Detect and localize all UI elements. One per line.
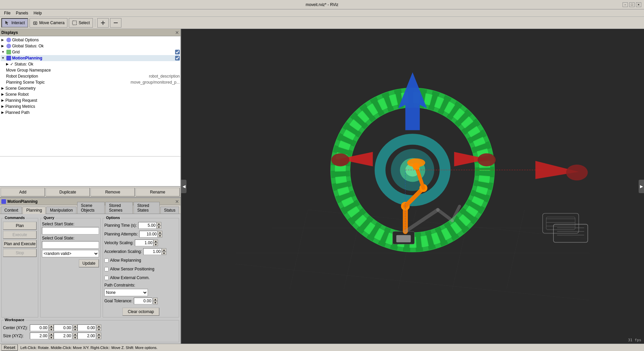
tree-item-scene-robot[interactable]: ▶ Scene Robot	[1, 91, 180, 97]
center-y-down[interactable]: ▼	[73, 328, 77, 331]
goal-tolerance-input[interactable]	[134, 298, 152, 304]
allow-external-checkbox[interactable]	[104, 276, 109, 280]
planning-attempts-up[interactable]: ▲	[158, 231, 162, 234]
tree-item-status[interactable]: ▶ ✓ Status: Ok	[1, 61, 180, 67]
expand-arrow-planning-metrics[interactable]: ▶	[1, 104, 5, 108]
3d-viewport[interactable]: ▶ ◀ 31 fps	[181, 29, 644, 344]
center-y-up[interactable]: ▲	[73, 324, 77, 328]
center-x-down[interactable]: ▼	[49, 328, 54, 331]
tab-planning[interactable]: Planning	[22, 207, 46, 214]
allow-replanning-checkbox[interactable]	[104, 258, 109, 263]
random-valid-select[interactable]: <random valid>	[42, 250, 99, 257]
expand-arrow-global-options[interactable]: ▶	[1, 38, 5, 42]
accel-scaling-up[interactable]: ▲	[162, 248, 166, 252]
menu-help[interactable]: Help	[31, 10, 45, 16]
allow-sensor-checkbox[interactable]	[104, 267, 109, 271]
clear-octomap-button[interactable]: Clear octomap	[122, 308, 159, 316]
stop-button[interactable]: Stop	[3, 249, 37, 257]
size-z-down[interactable]: ▼	[97, 336, 101, 339]
size-y-up[interactable]: ▲	[73, 333, 77, 336]
tab-manipulation[interactable]: Manipulation	[46, 207, 76, 214]
goal-tolerance-up[interactable]: ▲	[153, 298, 158, 301]
center-z-down[interactable]: ▼	[97, 328, 101, 331]
tab-scene-objects[interactable]: Scene Objects	[77, 202, 105, 214]
plan-execute-button[interactable]: Plan and Execute	[3, 240, 37, 248]
accel-scaling-input[interactable]	[143, 248, 162, 255]
planning-time-down[interactable]: ▼	[157, 225, 161, 229]
motion-panel-close-button[interactable]: ✕	[175, 199, 179, 204]
velocity-scaling-input[interactable]	[135, 239, 153, 246]
tab-stored-scenes[interactable]: Stored Scenes	[105, 202, 133, 214]
velocity-scaling-down[interactable]: ▼	[153, 243, 158, 246]
expand-arrow-motionplanning[interactable]: ▼	[1, 56, 5, 60]
tree-item-move-group-ns[interactable]: Move Group Namespace	[1, 67, 180, 73]
size-x-down[interactable]: ▼	[49, 336, 54, 339]
minimize-button[interactable]: −	[623, 2, 628, 7]
add-icon-button[interactable]	[97, 18, 109, 28]
planning-time-input[interactable]	[138, 222, 157, 229]
displays-close-button[interactable]: ✕	[175, 30, 179, 35]
tree-item-global-options[interactable]: ▶ Global Options	[1, 37, 180, 43]
size-z-up[interactable]: ▲	[97, 333, 101, 336]
start-state-input[interactable]	[42, 227, 99, 234]
center-x-input[interactable]	[30, 324, 48, 331]
tree-item-global-status[interactable]: ▶ Global Status: Ok	[1, 43, 180, 49]
displays-tree[interactable]: ▶ Global Options ▶ Global Status: Ok	[0, 36, 180, 156]
goal-state-input[interactable]	[42, 241, 99, 249]
interact-button[interactable]: Interact	[1, 18, 28, 28]
add-display-button[interactable]: Add	[1, 188, 45, 196]
expand-arrow-global-status[interactable]: ▶	[1, 44, 5, 48]
tree-item-planning-request[interactable]: ▶ Planning Request	[1, 97, 180, 103]
velocity-scaling-up[interactable]: ▲	[153, 239, 158, 243]
size-x-input[interactable]	[30, 333, 48, 339]
move-camera-button[interactable]: Move Camera	[30, 18, 67, 28]
tree-item-grid[interactable]: ▼ Grid	[1, 49, 180, 55]
select-button[interactable]: Select	[69, 18, 93, 28]
tab-status[interactable]: Status	[160, 207, 179, 214]
minus-icon-button[interactable]	[110, 18, 121, 28]
menu-file[interactable]: File	[1, 10, 13, 16]
duplicate-display-button[interactable]: Duplicate	[46, 188, 90, 196]
goal-tolerance-down[interactable]: ▼	[153, 301, 158, 304]
tree-item-scene-geometry[interactable]: ▶ Scene Geometry	[1, 85, 180, 91]
size-y-down[interactable]: ▼	[73, 336, 77, 339]
close-button[interactable]: ✕	[636, 2, 641, 7]
motionplanning-checkbox[interactable]	[175, 56, 180, 60]
size-x-up[interactable]: ▲	[49, 333, 54, 336]
reset-button[interactable]: Reset	[1, 344, 18, 351]
path-constraints-select[interactable]: None	[104, 289, 148, 296]
expand-arrow-scene-geometry[interactable]: ▶	[1, 86, 5, 90]
update-button[interactable]: Update	[79, 259, 99, 267]
tree-item-planning-metrics[interactable]: ▶ Planning Metrics	[1, 103, 180, 109]
menu-panels[interactable]: Panels	[13, 10, 31, 16]
tab-stored-states[interactable]: Stored States	[133, 202, 160, 214]
expand-arrow-grid[interactable]: ▼	[1, 50, 5, 54]
center-z-up[interactable]: ▲	[97, 324, 101, 328]
tree-item-robot-desc[interactable]: Robot Description robot_description	[1, 73, 180, 79]
viewport-collapse-arrow[interactable]: ▶	[639, 180, 644, 193]
viewport-expand-arrow[interactable]: ◀	[181, 180, 186, 193]
planning-attempts-input[interactable]	[139, 231, 158, 237]
grid-checkbox[interactable]	[175, 50, 180, 54]
expand-arrow-planned-path[interactable]: ▶	[1, 111, 5, 115]
rename-display-button[interactable]: Rename	[136, 188, 180, 196]
expand-arrow-scene-robot[interactable]: ▶	[1, 92, 5, 96]
center-z-input[interactable]	[77, 324, 96, 331]
execute-button[interactable]: Execute	[3, 231, 37, 239]
tab-context[interactable]: Context	[1, 207, 22, 214]
maximize-button[interactable]: □	[629, 2, 635, 7]
expand-arrow-status[interactable]: ▶	[6, 62, 10, 66]
center-x-up[interactable]: ▲	[49, 324, 54, 328]
center-y-input[interactable]	[54, 324, 72, 331]
planning-time-up[interactable]: ▲	[157, 222, 161, 225]
size-y-input[interactable]	[54, 333, 72, 339]
planning-attempts-down[interactable]: ▼	[158, 234, 162, 237]
size-z-input[interactable]	[77, 333, 96, 339]
plan-button[interactable]: Plan	[3, 222, 37, 230]
remove-display-button[interactable]: Remove	[91, 188, 135, 196]
tree-item-planned-path[interactable]: ▶ Planned Path	[1, 109, 180, 116]
tree-item-planning-scene[interactable]: Planning Scene Topic move_group/monitore…	[1, 79, 180, 85]
accel-scaling-down[interactable]: ▼	[162, 252, 166, 255]
expand-arrow-planning-request[interactable]: ▶	[1, 98, 5, 102]
tree-item-motionplanning[interactable]: ▼ MotionPlanning	[1, 55, 180, 61]
